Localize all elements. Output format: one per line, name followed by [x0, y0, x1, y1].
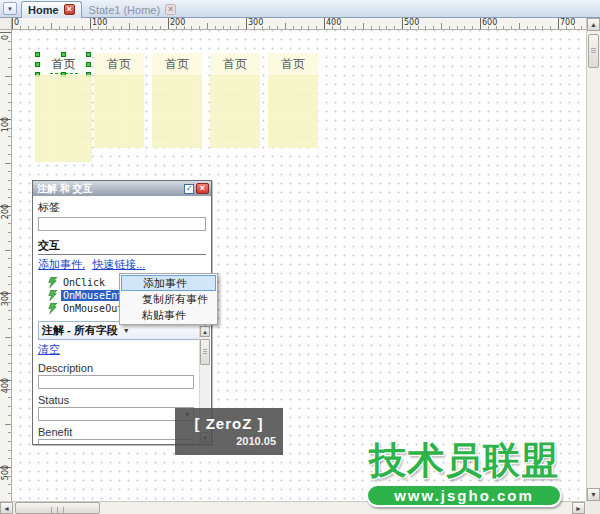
hruler-tick — [152, 26, 153, 29]
selection-handle[interactable] — [35, 62, 40, 67]
vruler-label: 200 — [1, 201, 10, 223]
thumb-grip — [591, 48, 596, 49]
chevron-down-icon: ▼ — [123, 327, 130, 334]
vruler-tick — [8, 136, 11, 137]
event-lightning-icon — [48, 290, 58, 301]
add-event-link[interactable]: 添加事件, — [38, 258, 85, 270]
note-widget[interactable]: 首页 — [210, 53, 260, 148]
vruler-tick — [8, 67, 11, 68]
close-icon[interactable]: × — [64, 4, 75, 15]
hruler-tick — [67, 26, 68, 29]
hruler-tick — [511, 26, 512, 29]
event-lightning-icon — [48, 277, 58, 288]
hruler-tick — [464, 26, 465, 29]
vertical-scrollbar[interactable]: ▲ ▼ — [586, 18, 600, 501]
close-icon[interactable]: × — [165, 4, 176, 15]
vruler-tick — [8, 154, 11, 155]
hruler-tick — [238, 26, 239, 29]
selection-handle[interactable] — [35, 52, 40, 57]
field-select[interactable]: ▼ — [38, 407, 194, 421]
hruler-tick — [355, 26, 356, 29]
hruler-tick — [418, 26, 419, 29]
hruler-tick — [230, 26, 231, 29]
vruler-tick — [8, 145, 11, 146]
event-name[interactable]: OnClick — [61, 277, 107, 288]
hruler-tick — [98, 26, 99, 29]
vruler-tick — [8, 354, 11, 355]
vruler-tick — [8, 397, 11, 398]
context-menu-item[interactable]: 添加事件 — [121, 275, 216, 291]
tab-home[interactable]: Home × — [21, 1, 82, 18]
scrollbar-thumb[interactable] — [588, 34, 599, 68]
tab-list-dropdown-button[interactable]: ▼ — [3, 2, 17, 15]
note-widget[interactable]: 首页 — [94, 53, 144, 148]
vruler-label: 400 — [1, 375, 10, 397]
label-input[interactable] — [38, 217, 206, 231]
interaction-section-header: 交互 — [38, 238, 206, 255]
note-widget[interactable]: 首页 — [268, 53, 318, 148]
scrollbar-thumb[interactable] — [200, 339, 210, 365]
note-label-text: 首页 — [165, 56, 189, 73]
tab-bar: ▼ Home × State1 (Home) × — [0, 0, 600, 18]
panel-titlebar[interactable]: 注解 和 交互 ✓ × — [33, 181, 211, 196]
vruler-tick — [5, 250, 11, 251]
vruler-label: 300 — [1, 288, 10, 310]
field-input[interactable] — [38, 375, 194, 389]
event-name[interactable]: OnMouseOut — [61, 303, 125, 314]
note-label-text: 首页 — [223, 56, 247, 73]
clear-link[interactable]: 清空 — [38, 343, 60, 355]
hruler-tick — [59, 26, 60, 29]
thumb-grip — [203, 353, 207, 354]
note-label-selected[interactable]: 首页 — [38, 55, 89, 75]
selection-handle[interactable] — [86, 62, 91, 67]
vruler-tick — [8, 493, 11, 494]
hruler-tick — [558, 18, 559, 30]
context-menu-item[interactable]: 复制所有事件 — [121, 291, 216, 307]
scroll-up-icon[interactable]: ▲ — [200, 326, 210, 337]
watermark-title: [ ZeroZ ] — [175, 415, 283, 432]
hruler-tick — [441, 23, 442, 29]
vruler-tick — [8, 371, 11, 372]
scroll-right-icon[interactable]: ► — [572, 502, 585, 514]
scroll-down-icon[interactable]: ▼ — [587, 488, 600, 501]
scroll-left-icon[interactable]: ◄ — [0, 502, 13, 514]
vruler-tick — [8, 450, 11, 451]
field-label: Description — [38, 362, 194, 374]
tab-state1-home[interactable]: State1 (Home) × — [82, 1, 184, 18]
hruler-tick — [301, 26, 302, 29]
vruler-tick — [8, 458, 11, 459]
scrollbar-thumb[interactable] — [15, 502, 100, 514]
vruler-label: 500 — [1, 462, 10, 484]
vruler-label: 100 — [1, 114, 10, 136]
label-section-title: 标签 — [38, 200, 206, 215]
quick-links-link[interactable]: 快速链接... — [92, 258, 145, 270]
hruler-tick — [347, 26, 348, 29]
vruler-tick — [8, 241, 11, 242]
scroll-up-icon[interactable]: ▲ — [587, 18, 600, 31]
hruler-tick — [324, 18, 325, 30]
selection-handle[interactable] — [86, 52, 91, 57]
hruler-tick — [113, 26, 114, 29]
hruler-tick — [503, 26, 504, 29]
selection-handle[interactable] — [61, 52, 66, 57]
thumb-grip — [203, 351, 207, 352]
hruler-tick — [277, 26, 278, 29]
context-menu-item[interactable]: 粘贴事件 — [121, 307, 216, 323]
note-label: 首页 — [268, 53, 318, 75]
hruler-tick — [542, 26, 543, 29]
chevron-down-icon: ▼ — [7, 6, 13, 12]
field-select[interactable]: ▼ — [38, 439, 194, 445]
hruler-tick — [20, 26, 21, 29]
hruler-tick — [394, 26, 395, 29]
close-icon[interactable]: × — [196, 183, 209, 194]
axure-editor-window: ▼ Home × State1 (Home) × 010020030040050… — [0, 0, 600, 514]
hruler-tick — [308, 26, 309, 29]
zeroz-watermark: [ ZeroZ ] 2010.05 — [175, 408, 283, 455]
hruler-tick — [566, 26, 567, 29]
note-widget[interactable] — [35, 75, 92, 162]
checkmark-icon[interactable]: ✓ — [184, 184, 194, 194]
note-widget[interactable]: 首页 — [152, 53, 202, 148]
hruler-tick — [425, 26, 426, 29]
hruler-tick — [574, 26, 575, 29]
hruler-tick — [340, 26, 341, 29]
